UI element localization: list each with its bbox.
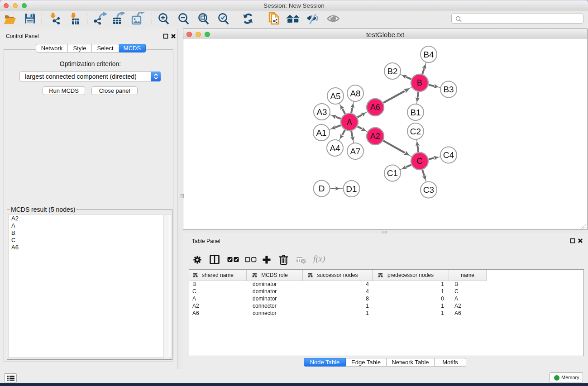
svg-text:A3: A3: [316, 107, 327, 117]
svg-text:C1: C1: [387, 168, 398, 178]
svg-text:A4: A4: [330, 143, 340, 153]
svg-text:A8: A8: [350, 89, 360, 98]
svg-text:A: A: [347, 118, 352, 127]
svg-text:B3: B3: [443, 85, 454, 94]
svg-text:C2: C2: [410, 127, 421, 136]
svg-text:B2: B2: [387, 67, 397, 76]
svg-text:C: C: [417, 157, 423, 166]
svg-text:C4: C4: [443, 150, 454, 160]
svg-text:A2: A2: [370, 132, 380, 141]
svg-text:B1: B1: [410, 108, 421, 117]
svg-text:A6: A6: [370, 103, 380, 112]
svg-text:A1: A1: [316, 128, 326, 138]
svg-text:A7: A7: [350, 147, 360, 156]
svg-text:A5: A5: [330, 91, 340, 101]
svg-text:D1: D1: [346, 184, 357, 194]
svg-text:C3: C3: [423, 185, 434, 195]
svg-text:B: B: [417, 78, 422, 87]
svg-text:B4: B4: [423, 50, 434, 59]
svg-text:D: D: [319, 184, 325, 193]
